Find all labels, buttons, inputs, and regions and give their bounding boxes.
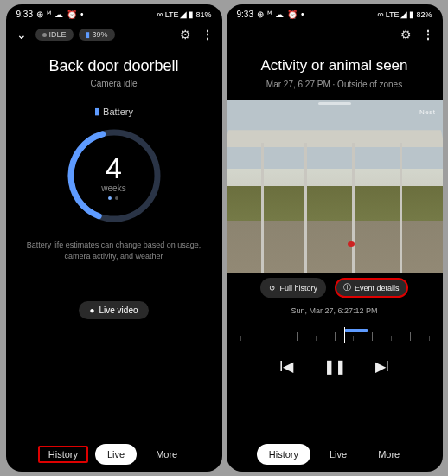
- phone-screen-right: 9:33 ⊕ ᴹ ☁ ⏰ • ∞ LTE ◢ ▮ 82% ⚙ ⋮ Activit…: [227, 4, 443, 472]
- event-title: Activity or animal seen: [227, 57, 443, 74]
- live-video-label: Live video: [99, 306, 138, 315]
- page-title: Back door doorbell: [6, 57, 222, 75]
- battery-heading: ▮ Battery: [6, 106, 222, 117]
- full-history-label: Full history: [279, 284, 317, 293]
- event-subtitle: Mar 27, 6:27 PM · Outside of zones: [227, 80, 443, 89]
- title-block: Activity or animal seen Mar 27, 6:27 PM …: [227, 57, 443, 89]
- history-icon: ↺: [269, 284, 276, 293]
- gear-icon[interactable]: ⚙: [176, 24, 195, 45]
- battery-icon: ▮: [189, 10, 194, 19]
- tab-live[interactable]: Live: [317, 444, 359, 465]
- alarm-icon: ⏰: [67, 10, 77, 19]
- battery-small-icon: ▮: [86, 30, 90, 39]
- battery-pct: 82%: [416, 10, 432, 19]
- tab-more[interactable]: More: [144, 444, 189, 465]
- event-details-label: Event details: [355, 284, 400, 293]
- tab-history[interactable]: History: [257, 444, 310, 465]
- bottom-tabs: History Live More: [227, 444, 443, 465]
- status-time: 9:33: [16, 10, 33, 19]
- timeline-timestamp: Sun, Mar 27, 6:27:12 PM: [227, 306, 443, 315]
- full-history-button[interactable]: ↺ Full history: [260, 278, 326, 298]
- status-bar: 9:33 ⊕ ᴹ ☁ ⏰ • ∞ LTE ◢ ▮ 81%: [6, 4, 222, 21]
- cloud-icon: ☁: [275, 10, 284, 19]
- status-chip-idle[interactable]: IDLE: [35, 29, 74, 41]
- next-event-icon[interactable]: ▶I: [375, 358, 389, 375]
- phone-screen-left: 9:33 ⊕ ᴹ ☁ ⏰ • ∞ LTE ◢ ▮ 81% ⌄ IDLE ▮ 39…: [6, 4, 222, 472]
- nest-badge: Nest: [419, 108, 435, 116]
- page-subtitle: Camera idle: [6, 79, 222, 88]
- highlight-history: History: [38, 446, 88, 463]
- gear-icon[interactable]: ⚙: [397, 24, 415, 45]
- prev-event-icon[interactable]: I◀: [279, 358, 293, 375]
- event-controls: ↺ Full history ⓘ Event details: [227, 278, 443, 298]
- hotspot-icon: ᴹ: [267, 10, 272, 19]
- idle-dot-icon: [42, 33, 47, 37]
- status-time: 9:33: [237, 10, 253, 19]
- bottom-tabs: History Live More: [6, 444, 222, 465]
- battery-icon: ▮: [409, 10, 414, 19]
- grabber-icon[interactable]: [318, 102, 351, 105]
- video-frame[interactable]: Nest: [227, 100, 443, 273]
- title-block: Back door doorbell Camera idle: [6, 57, 222, 88]
- playback-controls: I◀ ❚❚ ▶I: [227, 358, 443, 375]
- signal-icon: ◢: [180, 10, 187, 19]
- battery-ring[interactable]: 4 weeks: [62, 124, 166, 228]
- signal-icon: ◢: [400, 10, 407, 19]
- nfc-icon: ⊕: [257, 10, 264, 19]
- nfc-icon: ⊕: [36, 10, 43, 19]
- kebab-icon[interactable]: ⋮: [420, 24, 436, 45]
- event-details-button[interactable]: ⓘ Event details: [335, 278, 408, 298]
- kebab-icon[interactable]: ⋮: [200, 24, 215, 45]
- battery-heading-label: Battery: [103, 106, 133, 117]
- status-bar: 9:33 ⊕ ᴹ ☁ ⏰ • ∞ LTE ◢ ▮ 82%: [227, 4, 443, 21]
- hotspot-icon: ᴹ: [47, 10, 51, 19]
- back-chevron-icon[interactable]: ⌄: [13, 24, 30, 45]
- dot-icon: •: [80, 10, 84, 19]
- estimate-text: Battery life estimates can change based …: [6, 240, 222, 261]
- tab-more[interactable]: More: [366, 444, 412, 465]
- camera-icon: ●: [89, 306, 94, 315]
- status-chip-battery[interactable]: ▮ 39%: [79, 29, 115, 41]
- chip-batt-label: 39%: [93, 30, 108, 39]
- header-row: ⚙ ⋮: [227, 21, 443, 48]
- tab-history[interactable]: History: [43, 447, 83, 461]
- battery-pct: 81%: [195, 10, 211, 19]
- info-icon: ⓘ: [343, 282, 351, 293]
- tab-live[interactable]: Live: [95, 444, 137, 465]
- dot-icon: •: [301, 10, 304, 19]
- chip-idle-label: IDLE: [49, 30, 67, 39]
- live-video-button[interactable]: ● Live video: [79, 301, 148, 319]
- voicemail-icon: ∞: [378, 10, 384, 19]
- network-label: LTE: [386, 10, 400, 19]
- voicemail-icon: ∞: [157, 10, 163, 19]
- pause-icon[interactable]: ❚❚: [323, 358, 346, 375]
- network-label: LTE: [165, 10, 179, 19]
- timeline-scrubber[interactable]: [240, 324, 429, 346]
- header-row: ⌄ IDLE ▮ 39% ⚙ ⋮: [6, 21, 222, 48]
- battery-heading-icon: ▮: [94, 106, 99, 117]
- alarm-icon: ⏰: [287, 10, 298, 19]
- cloud-icon: ☁: [54, 10, 63, 19]
